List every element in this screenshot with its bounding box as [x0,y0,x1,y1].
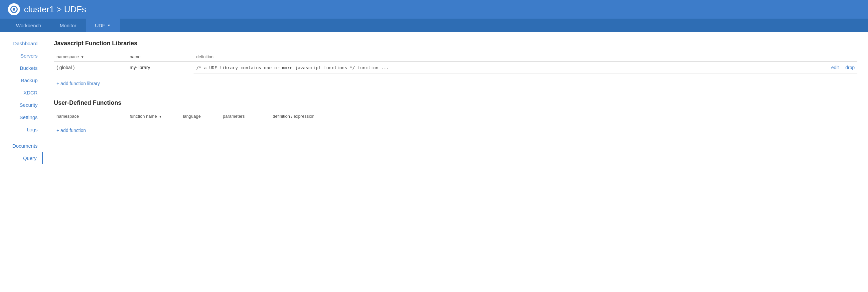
udfs-col-namespace: namespace [54,112,127,121]
nav-workbench[interactable]: Workbench [7,19,51,32]
sidebar-item-security[interactable]: Security [0,99,43,111]
libraries-col-definition: definition [193,52,857,62]
udfs-col-function-name: function name ▼ [127,112,180,121]
app-header: cluster1 > UDFs [0,0,868,19]
sidebar-item-query[interactable]: Query [0,152,43,164]
nav-bar: Workbench Monitor UDF ▼ [0,19,868,32]
main-content: Javascript Function Libraries namespace … [43,32,868,292]
sidebar-item-servers[interactable]: Servers [0,50,43,62]
page-title: cluster1 > UDFs [24,4,86,14]
drop-library-link[interactable]: drop [845,65,855,70]
libraries-section-title: Javascript Function Libraries [54,40,857,47]
nav-monitor[interactable]: Monitor [51,19,86,32]
udf-dropdown-icon: ▼ [107,24,111,27]
namespace-sort-icon: ▼ [81,55,84,59]
sidebar-item-buckets[interactable]: Buckets [0,62,43,74]
libraries-table: namespace ▼ name definition ( global ) m… [54,52,857,74]
sidebar-item-xdcr[interactable]: XDCR [0,87,43,99]
nav-udf[interactable]: UDF ▼ [86,19,120,32]
libraries-col-name: name [127,52,193,62]
udfs-col-language: language [180,112,220,121]
sidebar-item-dashboard[interactable]: Dashboard [0,37,43,50]
lib-namespace-cell: ( global ) [54,62,127,74]
lib-definition-cell: /* a UDF library contains one or more ja… [193,62,857,74]
lib-name-cell: my-library [127,62,193,74]
add-function-button[interactable]: + add function [54,125,89,136]
sidebar-item-settings[interactable]: Settings [0,111,43,123]
udfs-section-title: User-Defined Functions [54,99,857,106]
edit-library-link[interactable]: edit [831,65,839,70]
sidebar-item-backup[interactable]: Backup [0,74,43,87]
udfs-table: namespace function name ▼ language param… [54,112,857,121]
logo [8,3,20,15]
sidebar-item-documents[interactable]: Documents [0,140,43,152]
udfs-section: User-Defined Functions namespace functio… [54,99,857,136]
sidebar-item-logs[interactable]: Logs [0,123,43,136]
layout: Dashboard Servers Buckets Backup XDCR Se… [0,32,868,292]
udfs-col-definition: definition / expression [270,112,857,121]
libraries-col-namespace: namespace ▼ [54,52,127,62]
add-function-library-button[interactable]: + add function library [54,78,102,89]
table-row: ( global ) my-library /* a UDF library c… [54,62,857,74]
libraries-section: Javascript Function Libraries namespace … [54,40,857,89]
function-name-sort-icon: ▼ [159,115,162,119]
sidebar: Dashboard Servers Buckets Backup XDCR Se… [0,32,43,292]
udfs-col-parameters: parameters [220,112,270,121]
